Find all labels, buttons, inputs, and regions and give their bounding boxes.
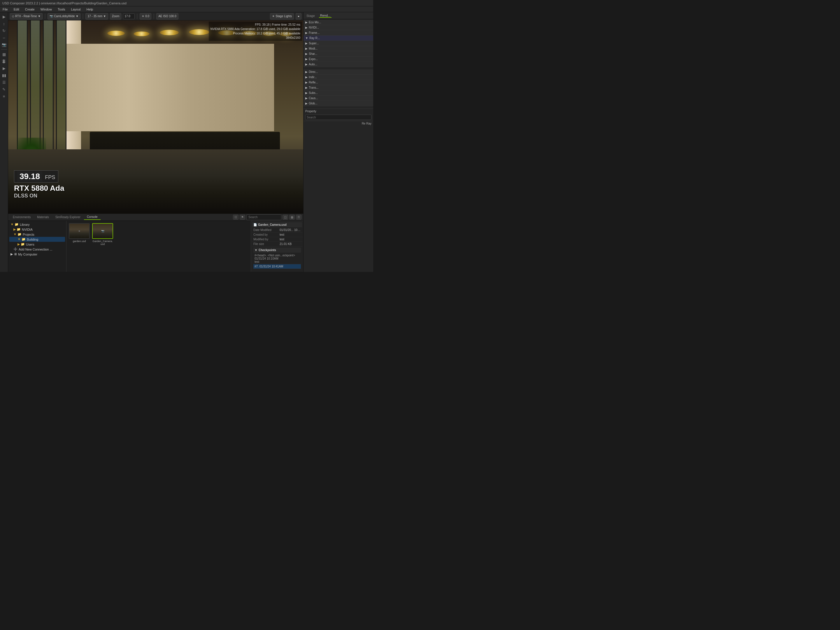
prop-date-modified-row: Date Modified 01/31/20... 10:10AM [252,228,302,233]
more-tools-button[interactable]: ≡ [1,93,7,100]
rtab-render[interactable]: Rend... [319,14,332,18]
exposure-button[interactable]: ☀ 0.0 [140,13,151,19]
rs-section-super[interactable]: ▶ Super... [303,41,373,46]
menu-tools[interactable]: Tools [57,8,66,11]
rs-section-frame[interactable]: ▶ Frame... [303,30,373,36]
folder-icon-users: ▶ 📁 [17,242,25,246]
iso-button[interactable]: AE ISO 100.0 [156,13,178,19]
camera-icon: 📷 [50,14,53,18]
rs-section-modi[interactable]: ▶ Modi... [303,46,373,51]
render-mode-icon: ◇ [12,14,14,18]
rs-section-subs-chevron: ▶ [305,91,308,95]
iso-value: 100.0 [169,14,177,18]
rs-section-nvidia-label: NVIDI... [309,26,319,29]
filter-button[interactable]: ☴ [296,215,302,220]
thumb-img-garden-camera: 📷 [92,223,113,239]
location-button[interactable]: ● [296,13,302,19]
menu-create[interactable]: Create [24,8,36,11]
checkpoint-entry-7[interactable]: #7. 01/31/24 10:41AM [253,264,301,269]
property-search-input[interactable] [305,115,371,120]
right-panel-tabs: Stage Rend... [303,12,373,19]
content-browser: ▼ 📁 Library ▶ 📁 NVIDIA ▼ 📁 Projects ▼ 📁 … [8,221,303,272]
select-tool-button[interactable]: ▶ [1,13,7,20]
lens-selector-button[interactable]: 17 - 35 mm ▼ [85,13,108,19]
move-tool-button[interactable]: ↕ [1,21,7,27]
stage-lights-button[interactable]: ☀ Stage Lights [270,13,294,19]
menu-edit[interactable]: Edit [13,8,20,11]
stats-overlay: FPS: 39.18 | Frame time: 25.52 ms NVIDIA… [209,22,302,41]
tree-item-nvidia[interactable]: ▶ 📁 NVIDIA [9,227,65,232]
rs-section-expo[interactable]: ▶ Expo... [303,57,373,62]
rtab-stage[interactable]: Stage [305,14,316,17]
physics-button[interactable]: ▶ [1,65,7,71]
tree-item-my-computer[interactable]: ▶ 🖥 My Computer [9,252,65,256]
tree-item-add-connection[interactable]: ➕ Add New Connection ... [9,247,65,252]
rs-section-direc-chevron: ▶ [305,70,308,73]
rs-section-indir-chevron: ▶ [305,76,308,79]
rs-section-glob[interactable]: ▶ Glob... [303,101,373,106]
rs-section-super-chevron: ▶ [305,42,308,45]
grid-view-button[interactable]: ▦ [289,215,295,220]
tab-console[interactable]: Console [84,214,101,220]
snapping-button[interactable]: ⛇ [1,58,7,65]
folder-icon-building: ▼ 📁 [17,237,26,241]
folder-icon-projects: ▼ 📁 [13,233,22,236]
tree-item-users[interactable]: ▶ 📁 Users [9,242,65,247]
viewport[interactable]: FPS: 39.18 | Frame time: 25.52 ms NVIDIA… [8,21,303,214]
pause-button[interactable]: ▮▮ [1,72,7,78]
camera-chevron: ▼ [76,14,79,18]
rs-section-rayr[interactable]: ▼ Ray R... [303,36,373,41]
thumb-garden-usd[interactable]: ■ garden.usd [69,223,90,243]
rs-section-direc[interactable]: ▶ Direc... [303,70,373,75]
menu-window[interactable]: Window [39,8,53,11]
camera-tool-button[interactable]: 📷 [1,41,7,48]
bookmark-button[interactable]: ⚑ [240,215,245,220]
tree-item-library[interactable]: ▼ 📁 Library [9,222,65,227]
rs-section-caus[interactable]: ▶ Caus... [303,96,373,101]
camera-selector-button[interactable]: 📷 CamLobbyWide ▼ [47,13,81,19]
layers-button[interactable]: ☰ [1,79,7,85]
rs-section-shar[interactable]: ▶ Shar... [303,51,373,57]
filter-icon-button[interactable]: ☷ [233,215,238,220]
zoom-input[interactable] [123,13,135,19]
menu-file[interactable]: File [2,8,9,11]
rs-section-subs-label: Subs... [309,91,318,95]
rs-section-auto[interactable]: ▶ Auto... [303,62,373,67]
tab-materials[interactable]: Materials [34,215,52,220]
fps-label: FPS [45,174,55,180]
content-search-input[interactable] [246,214,281,220]
rs-section-eco[interactable]: ▶ Eco Mo... [303,20,373,25]
rs-section-subs[interactable]: ▶ Subs... [303,90,373,96]
thumb-label-garden-camera: Garden_Camera.usd [92,240,113,245]
rs-section-auto-label: Auto... [309,63,317,66]
paint-button[interactable]: ✎ [1,86,7,92]
rs-section-indir[interactable]: ▶ Indir... [303,75,373,80]
render-mode-chevron: ▼ [38,14,41,18]
rs-spacer [303,67,373,70]
checkpoints-label: Checkpoints [259,249,276,252]
gizmo-button[interactable]: ▩ [1,51,7,57]
view-options-button[interactable]: ◫ [283,215,288,220]
rs-section-refle[interactable]: ▶ Refle... [303,80,373,85]
checkpoint-head-date: 01/31/24 10:10AM [254,257,300,260]
tree-item-building[interactable]: ▼ 📁 Building [9,237,65,242]
checkpoint-entry-head[interactable]: #<head>. <Not usin...eckpoint> 01/31/24 … [253,253,301,264]
rs-section-trans[interactable]: ▶ Trans... [303,85,373,90]
rs-section-direc-label: Direc... [309,70,318,73]
tab-environments[interactable]: Environments [10,215,33,220]
rotate-tool-button[interactable]: ↻ [1,27,7,34]
menu-help[interactable]: Help [86,8,94,11]
menu-layout[interactable]: Layout [70,8,82,11]
dlss-label: DLSS ON [14,193,64,199]
rs-section-shar-chevron: ▶ [305,52,308,55]
prop-date-modified-label: Date Modified [253,228,279,231]
render-mode-button[interactable]: ◇ RTX - Real-Time ▼ [10,13,43,19]
tab-simready[interactable]: SimReady Explorer [52,215,84,220]
scale-tool-button[interactable]: ↔ [1,35,7,41]
stats-line3: Process Memory: 10.2 GiB used, 45.3 GiB … [210,31,300,36]
add-connection-icon: ➕ [13,247,17,251]
stats-line2: NVIDIA RTX 5880 Ada Generation: 17.8 GiB… [210,27,300,31]
thumb-garden-camera-usd[interactable]: 📷 Garden_Camera.usd [92,223,113,245]
tree-item-projects[interactable]: ▼ 📁 Projects [9,232,65,237]
rs-section-nvidia[interactable]: ▶ NVIDI... [303,25,373,30]
